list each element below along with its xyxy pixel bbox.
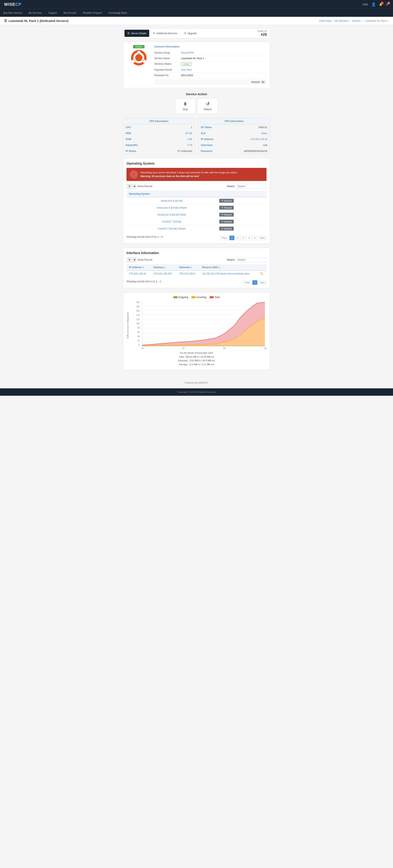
stop-button[interactable]: ⏸ Stop	[175, 98, 195, 114]
breadcrumb-current: Leaseweb NL Pack 1	[365, 20, 388, 22]
chart-stat-expected: Expected : 2142 MB in / 93.3 MB out	[126, 359, 267, 363]
rebuild-button[interactable]: ↺ Rebuild	[219, 199, 234, 203]
cart-icon[interactable]: 🛒 0	[386, 3, 389, 6]
iface-page-1[interactable]: 1	[252, 280, 257, 285]
rebuild-button[interactable]: ↺ Rebuild	[219, 206, 234, 210]
page-title: Leaseweb NL Pack 1 (Dedicated Servers)	[9, 19, 68, 23]
os-pagination-info: Showing records from 23 to 1 – 5	[126, 236, 220, 238]
svg-line-7	[143, 60, 143, 61]
rebuild-icon: ↺	[221, 206, 223, 209]
breadcrumb-bar: ☰ Leaseweb NL Pack 1 (Dedicated Servers)…	[0, 17, 393, 25]
svg-line-6	[134, 60, 135, 61]
iface-pagination: Prev 1 Next	[243, 280, 267, 285]
os-name-cell: CentOS 7 (64-bit)	[126, 218, 217, 225]
nav-knowledge-base[interactable]: Knowledge Base	[105, 9, 130, 17]
reboot-button[interactable]: ↺ Reboot	[198, 98, 218, 114]
os-prev-button[interactable]: Prev	[220, 236, 229, 240]
notification-icon[interactable]: 🔔 1	[379, 3, 382, 6]
traffic-section: Outgoing Incoming Total Traffic per day …	[123, 292, 270, 370]
os-page-5[interactable]: 5	[252, 236, 257, 240]
x-label-29: 29	[264, 347, 267, 349]
os-table-row: CentOS 7 (64-bit) cPanel ↺ Rebuild	[126, 225, 267, 232]
info-renewed-on: Renewed On 30/11/2022	[154, 73, 267, 78]
vps-table-left-header: VPS Information	[123, 118, 195, 124]
os-pagination-area: Showing records from 23 to 1 – 5 Prev123…	[126, 234, 267, 240]
x-label-20: 20	[141, 347, 144, 349]
server-logo-area: Online	[126, 45, 151, 85]
hamburger-icon: ☰	[4, 19, 7, 23]
chart-stat-average: Average : 11.6 MB in / 3.11 MB out	[126, 363, 267, 367]
iface-gateway: 178.162.136.254	[151, 271, 177, 277]
breadcrumb-servers[interactable]: Servers	[352, 20, 360, 22]
iface-col-netmask[interactable]: Netmask	[177, 264, 200, 271]
server-info-card: Online General Information Service Group…	[123, 41, 270, 88]
os-table-row: AlmaLinux 8 (64-bit) Plesk ↺ Rebuild	[126, 211, 267, 218]
legend-total: Total	[210, 296, 220, 299]
rebuild-button[interactable]: ↺ Rebuild	[219, 220, 234, 223]
stop-icon: ⏸	[183, 101, 187, 107]
os-page-3[interactable]: 3	[241, 236, 246, 240]
nav-buy-new-service[interactable]: Buy New Service	[0, 9, 25, 17]
tab-server-details[interactable]: ☰ Server Details	[124, 30, 149, 37]
os-table-row: CentOS 7 (64-bit) ↺ Rebuild	[126, 218, 267, 225]
os-page-2[interactable]: 2	[235, 236, 240, 240]
os-page-1[interactable]: 1	[230, 236, 234, 240]
rebuild-cell: ↺ Rebuild	[217, 225, 267, 232]
chart-month-label: For the Month of November 2022	[126, 351, 267, 355]
iface-search-input[interactable]	[236, 257, 267, 262]
warning-text: Rebuilding your server will power it dow…	[141, 171, 237, 178]
nav-support[interactable]: Support	[45, 9, 60, 17]
iface-col-rdns[interactable]: Reverse DNS	[200, 264, 258, 271]
show-records-control: 5 10 25 Show Record	[126, 184, 152, 189]
show-records-select[interactable]: 5 10 25	[126, 184, 136, 189]
page-title-area: ☰ Leaseweb NL Pack 1 (Dedicated Servers)	[4, 19, 68, 23]
general-info-panel: General Information Service Group Server…	[154, 45, 267, 85]
rebuild-cell: ↺ Rebuild	[217, 197, 267, 204]
top-bar-right: USD 👤 🔔 1 🛒 0	[363, 2, 389, 7]
os-search-input[interactable]	[236, 184, 267, 189]
os-name-cell: AlmaLinux 8 (64-bit) cPanel	[126, 204, 217, 211]
breadcrumb-my-services[interactable]: My Services	[335, 20, 348, 22]
rebuild-icon: ↺	[221, 227, 223, 230]
os-table-header: Operating System	[126, 191, 217, 197]
tab-upgrade[interactable]: ↺ Upgrade	[181, 30, 200, 37]
edit-icon[interactable]: ✏️	[260, 272, 263, 275]
iface-edit[interactable]: ✏️	[258, 271, 267, 277]
info-services-status: Services Status Active	[154, 61, 267, 67]
nav-my-account[interactable]: My Account	[60, 9, 80, 17]
info-service-name: Service Name Leaseweb NL Pack 1	[154, 56, 267, 61]
breadcrumb-client-area[interactable]: Client Area	[319, 20, 331, 22]
warning-icon: ❗	[130, 170, 138, 179]
chart-svg-container	[141, 301, 267, 346]
footer-copyright: Copyright © 2022 All Rights Reserved	[0, 389, 393, 396]
iface-prev-button[interactable]: Prev	[243, 280, 252, 285]
interface-section: Interface Information 5 10 Show Record S…	[123, 248, 270, 288]
user-icon[interactable]: 👤	[371, 2, 376, 7]
iface-show-records: 5 10 Show Record	[126, 257, 152, 262]
vps-row-ip-status: IP Status IP Unblocked	[123, 148, 195, 154]
x-label-27: 27	[182, 347, 185, 349]
tabs: ☰ Server Details ✦ Additional Services ↺…	[123, 28, 270, 38]
vps-row-ram: RAM 1 GB	[123, 136, 195, 142]
service-action-title: Service Action	[123, 92, 270, 96]
iface-col-gateway[interactable]: Gateway	[151, 264, 177, 271]
nav-my-services[interactable]: My Services	[25, 9, 45, 17]
tab-additional-services[interactable]: ✦ Additional Services	[150, 30, 180, 37]
service-action-section: Service Action ⏸ Stop ↺ Reboot	[123, 92, 270, 114]
rebuild-label: Rebuild	[224, 220, 232, 223]
info-service-group: Service Group Server/VPS	[154, 50, 267, 56]
os-page-4[interactable]: 4	[247, 236, 251, 240]
iface-next-button[interactable]: Next	[258, 280, 267, 285]
os-next-button[interactable]: Next	[258, 236, 267, 240]
x-label-28: 28	[223, 347, 225, 349]
iface-col-ip[interactable]: IP Address	[126, 264, 151, 271]
rebuild-button[interactable]: ↺ Rebuild	[219, 213, 234, 217]
currency-selector[interactable]: USD	[363, 3, 368, 6]
top-bar: WISECP USD 👤 🔔 1 🛒 0	[0, 0, 393, 9]
iface-show-records-select[interactable]: 5 10	[126, 257, 136, 262]
rebuild-label: Rebuild	[224, 214, 232, 216]
os-section: Operating System ❗ Rebuilding your serve…	[123, 158, 270, 244]
nav-reseller-program[interactable]: Reseller Program	[80, 9, 105, 17]
rebuild-button[interactable]: ↺ Rebuild	[219, 227, 234, 230]
iface-table-controls: 5 10 Show Record Search	[126, 257, 267, 262]
